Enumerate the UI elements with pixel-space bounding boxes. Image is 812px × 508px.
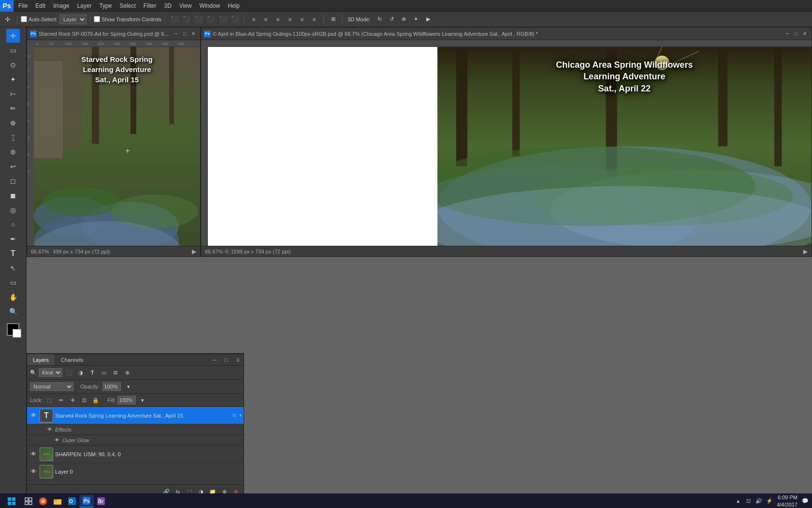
menu-edit[interactable]: Edit [31,1,49,10]
menu-3d[interactable]: 3D [160,1,175,10]
taskbar-clock[interactable]: 6:09 PM 4/4/2017 [777,494,798,508]
3d-btn3[interactable]: ⊕ [398,14,410,25]
lock-image-btn[interactable]: ✏ [56,395,66,405]
pen-tool[interactable]: ✒ [6,232,20,246]
layer-0-visibility[interactable]: 👁 [29,467,38,476]
tab-channels[interactable]: Channels [55,354,89,365]
outlook-btn[interactable]: O [65,495,79,508]
eraser-tool[interactable]: ◻ [6,174,20,188]
tab-layers[interactable]: Layers [27,354,55,365]
align-left-btn[interactable]: ⬛ [205,14,217,25]
menu-filter[interactable]: Filter [140,1,160,10]
lock-transparent-btn[interactable]: ⬚ [44,395,54,405]
filter-adjustment-btn[interactable]: ◑ [76,368,86,377]
task-view-btn[interactable] [21,495,36,508]
lock-position-btn[interactable]: ✛ [68,395,77,405]
menu-image[interactable]: Image [49,1,73,10]
gradient-tool[interactable]: ◼ [6,189,20,202]
doc1-maximize-btn[interactable]: □ [181,30,188,38]
menu-window[interactable]: Window [196,1,224,10]
3d-btn2[interactable]: ↺ [386,14,398,25]
dist-right-btn[interactable]: ≡ [308,14,320,25]
blur-tool[interactable]: ◎ [6,203,20,217]
panel-menu-btn[interactable]: ≡ [232,354,244,366]
photoshop-taskbar-btn[interactable]: Ps [79,495,94,508]
align-bottom-btn[interactable]: ⬛ [193,14,204,25]
auto-select-checkbox[interactable] [21,16,27,22]
menu-help[interactable]: Help [224,1,244,10]
doc2-minimize-btn[interactable]: ─ [783,30,791,38]
align-hcenter-btn[interactable]: ⬛ [217,14,229,25]
panel-expand-btn[interactable]: □ [220,354,232,366]
doc1-arrow[interactable]: ▶ [192,248,196,255]
outerglow-visibility[interactable]: 👁 [54,437,60,444]
filter-pixel-btn[interactable]: ⬛ [64,368,74,377]
layer-sharpen-visibility[interactable]: 👁 [29,450,38,459]
doc2-arrow[interactable]: ▶ [803,248,808,255]
dist-hcenter-btn[interactable]: ≡ [296,14,308,25]
lock-artboard-btn[interactable]: ⊡ [79,395,89,405]
align-vcenter-btn[interactable]: ⬛ [181,14,192,25]
healing-tool[interactable]: ⊕ [6,116,20,130]
magic-wand-tool[interactable]: ✦ [6,73,20,86]
layer-sharpen-item[interactable]: 👁 IMG SHARPEN: USM: 90, 0.4, 0 [27,446,244,463]
lock-all-btn[interactable]: 🔒 [91,395,101,405]
3d-btn5[interactable]: ▶ [422,14,434,25]
panel-collapse-btn[interactable]: ─ [209,354,220,366]
show-transform-checkbox[interactable] [94,16,100,22]
crop-tool[interactable]: ⊢ [6,87,20,101]
3d-btn4[interactable]: ✦ [410,14,422,25]
systray-network-btn[interactable]: ⊡ [744,495,753,508]
systray-notification-btn[interactable]: 💬 [800,495,810,508]
dist-top-btn[interactable]: ≡ [248,14,260,25]
windows-start-btn[interactable] [2,495,21,508]
eyedropper-tool[interactable]: ✏ [6,102,20,115]
3d-btn1[interactable]: ↻ [374,14,386,25]
menu-layer[interactable]: Layer [73,1,95,10]
move-tool[interactable]: ✛ [6,29,20,43]
systray-volume-btn[interactable]: 🔊 [754,495,763,508]
align-top-btn[interactable]: ⬛ [169,14,180,25]
systray-arrow-btn[interactable]: ▲ [734,495,742,508]
filter-more-btn[interactable]: ⊕ [122,368,132,377]
clone-tool[interactable]: ⊚ [6,145,20,159]
menu-select[interactable]: Select [116,1,139,10]
fill-dropdown-btn[interactable]: ▾ [138,395,147,405]
edge-btn[interactable] [36,495,50,508]
layer-text-item[interactable]: 👁 T Starved Rock Spring Learning Adventu… [27,407,244,424]
foreground-color[interactable] [7,323,19,336]
layer-select[interactable]: Layer [59,15,87,24]
dist-left-btn[interactable]: ≡ [284,14,296,25]
zoom-tool[interactable]: 🔍 [6,305,20,318]
auto-align-btn[interactable]: ⊞ [327,14,339,25]
filter-smartobj-btn[interactable]: ⧉ [111,368,120,377]
blend-mode-select[interactable]: Normal [30,382,73,391]
shape-tool[interactable]: ▭ [6,276,20,289]
doc1-close-btn[interactable]: ✕ [189,30,197,38]
menu-file[interactable]: File [14,1,31,10]
opacity-dropdown-btn[interactable]: ▾ [124,382,133,391]
doc1-minimize-btn[interactable]: ─ [172,30,180,38]
layer-text-visibility[interactable]: 👁 [29,411,38,420]
path-select-tool[interactable]: ↖ [6,261,20,275]
dodge-tool[interactable]: ○ [6,218,20,231]
marquee-tool[interactable]: ▭ [6,44,20,57]
bridge-taskbar-btn[interactable]: Br [94,495,108,508]
menu-type[interactable]: Type [95,1,116,10]
dist-vcenter-btn[interactable]: ≡ [260,14,272,25]
file-explorer-btn[interactable] [50,495,65,508]
doc2-maximize-btn[interactable]: □ [792,30,800,38]
filter-kind-select[interactable]: Kind [39,368,62,377]
history-tool[interactable]: ↩ [6,160,20,173]
align-right-btn[interactable]: ⬛ [229,14,241,25]
doc2-close-btn[interactable]: ✕ [801,30,809,38]
lasso-tool[interactable]: ⊙ [6,58,20,72]
text-tool[interactable]: T [6,247,20,260]
menu-view[interactable]: View [175,1,196,10]
move-tool-btn[interactable]: ✛ [2,14,14,25]
hand-tool[interactable]: ✋ [6,290,20,304]
layer-text-expand[interactable]: ▾ [239,413,242,418]
filter-shape-btn[interactable]: ▭ [99,368,109,377]
dist-bottom-btn[interactable]: ≡ [272,14,284,25]
effects-visibility[interactable]: 👁 [46,426,53,433]
